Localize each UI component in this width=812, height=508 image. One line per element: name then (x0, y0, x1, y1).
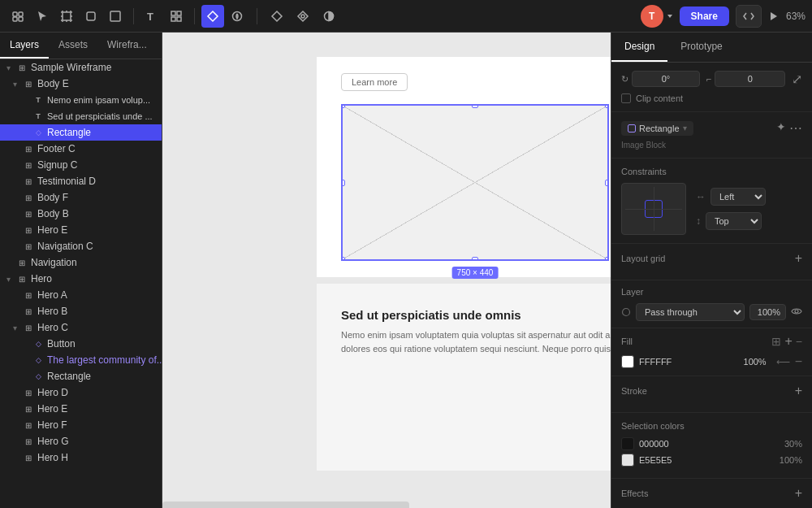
more-options-icon[interactable]: ⋯ (789, 120, 802, 136)
contrast-btn[interactable] (317, 5, 340, 28)
layer-hero-c[interactable]: ▾ ⊞ Hero C (0, 319, 162, 336)
grid-tool-btn[interactable] (165, 5, 188, 28)
layer-rectangle-selected[interactable]: ◇ Rectangle (0, 124, 162, 141)
rotation-input[interactable] (632, 71, 700, 87)
avatar-dropdown-icon (667, 13, 673, 20)
selected-rectangle[interactable] (341, 104, 609, 261)
pen-tool-btn[interactable] (201, 5, 224, 28)
sel-swatch-2[interactable] (621, 454, 634, 467)
play-button[interactable] (768, 11, 780, 22)
layer-hero-e-sub[interactable]: ▸ ⊞ Hero E (0, 222, 162, 238)
selected-rect-container[interactable]: 750 × 440 (341, 104, 609, 261)
component2-btn[interactable] (292, 5, 314, 28)
component-btn[interactable] (266, 5, 288, 28)
frame-tool-btn[interactable] (55, 5, 78, 28)
layer-hero-d[interactable]: ▸ ⊞ Hero D (0, 384, 162, 401)
layer-hero-b[interactable]: ▸ ⊞ Hero B (0, 303, 162, 319)
layer-body-e[interactable]: ▾ ⊞ Body E (0, 76, 162, 92)
sep3 (257, 8, 257, 24)
selection-colors-section: Selection colors 000000 30% E5E5E5 100% (611, 413, 812, 479)
panel-tab-bar: Design Prototype (611, 33, 812, 63)
handle-tc[interactable] (472, 104, 478, 108)
fill-color-swatch[interactable] (621, 355, 634, 368)
share-button[interactable]: Share (680, 7, 729, 26)
layer-signup-c[interactable]: ▸ ⊞ Signup C (0, 157, 162, 173)
code-view-btn[interactable] (736, 5, 762, 28)
spacer: ▸ (13, 177, 21, 186)
stroke-title: Stroke (621, 386, 647, 396)
rect-chip-label: Rectangle (639, 124, 680, 133)
fill-remove-icon[interactable]: − (795, 354, 802, 369)
tab-design[interactable]: Design (611, 33, 667, 62)
add-layout-grid-btn[interactable]: + (795, 252, 802, 265)
blend-mode-icon (621, 307, 631, 317)
handle-bc[interactable] (472, 257, 478, 261)
expand-transform-btn[interactable]: ⤢ (792, 72, 802, 87)
opacity-input[interactable] (749, 304, 786, 320)
layer-body-f[interactable]: ▸ ⊞ Body F (0, 189, 162, 206)
spacer: ▸ (13, 389, 21, 397)
constraints-diagram[interactable] (621, 183, 686, 235)
layer-hero-g[interactable]: ▸ ⊞ Hero G (0, 433, 162, 449)
fill-grid-icon[interactable]: ⊞ (771, 335, 781, 348)
handle-ml[interactable] (341, 180, 345, 186)
shape-tool-btn[interactable] (104, 5, 127, 28)
remove-fill-btn[interactable]: − (796, 335, 802, 348)
frame-icon: ⊞ (23, 289, 34, 301)
learn-more-btn-left[interactable]: Learn more (341, 73, 408, 91)
layer-nav-c[interactable]: ▸ ⊞ Navigation C (0, 238, 162, 254)
layer-hero[interactable]: ▾ ⊞ Hero (0, 271, 162, 287)
handle-bl[interactable] (341, 257, 345, 261)
detach-icon[interactable]: ✦ (776, 120, 786, 136)
layer-sample-wireframe[interactable]: ▾ ⊞ Sample Wireframe (0, 59, 162, 76)
tab-wireframes[interactable]: Wirefra... (97, 33, 157, 59)
sel-swatch-1[interactable] (621, 437, 634, 450)
layer-body-b[interactable]: ▸ ⊞ Body B (0, 206, 162, 222)
v-constraint-select[interactable]: TopBottomCenterScale (706, 212, 762, 230)
h-constraint-select[interactable]: LeftRightCenterScale (710, 188, 766, 206)
pencil-tool-btn[interactable] (226, 5, 248, 28)
handle-br[interactable] (605, 257, 609, 261)
handle-tl[interactable] (341, 104, 345, 108)
layer-hero-a[interactable]: ▸ ⊞ Hero A (0, 287, 162, 303)
layer-navigation[interactable]: ▸ ⊞ Navigation (0, 254, 162, 271)
fill-style-icon[interactable]: ⟵ (776, 356, 790, 367)
add-effect-btn[interactable]: + (795, 487, 802, 500)
layer-sed-text[interactable]: T Sed ut perspiciatis unde ... (0, 108, 162, 124)
toolbar-right: T Share 63% (641, 5, 806, 28)
handle-mr[interactable] (605, 180, 609, 186)
component-tool-btn[interactable] (80, 5, 102, 28)
frame-icon: ⊞ (23, 143, 34, 154)
layer-footer-c[interactable]: ▸ ⊞ Footer C (0, 141, 162, 157)
canvas[interactable]: Learn more Learn more (162, 33, 611, 508)
clip-content-row: Clip content (621, 93, 802, 103)
visibility-toggle[interactable] (791, 306, 802, 319)
layer-largest[interactable]: ◇ The largest community of... (0, 352, 162, 368)
layer-hero-f[interactable]: ▸ ⊞ Hero F (0, 417, 162, 433)
layer-testimonial-d[interactable]: ▸ ⊞ Testimonial D (0, 173, 162, 189)
handle-tr[interactable] (605, 104, 609, 108)
horizontal-scrollbar[interactable] (162, 501, 409, 508)
blend-mode-select[interactable]: Pass through NormalMultiplyScreen (636, 303, 745, 321)
tab-assets[interactable]: Assets (49, 33, 97, 59)
tab-prototype[interactable]: Prototype (667, 33, 735, 62)
layer-hero-e2[interactable]: ▸ ⊞ Hero E (0, 401, 162, 417)
layer-nemo-text[interactable]: T Nemo enim ipsam volup... (0, 92, 162, 108)
layer-button[interactable]: ◇ Button (0, 336, 162, 352)
text-tool-btn[interactable]: T (140, 5, 163, 28)
spacer: ▸ (13, 405, 21, 414)
zoom-level[interactable]: 63% (786, 11, 806, 22)
user-avatar[interactable]: T (641, 5, 663, 28)
corner-radius-input[interactable] (715, 71, 785, 87)
move-tool-btn[interactable] (31, 5, 54, 28)
add-fill-btn[interactable]: + (784, 335, 792, 348)
add-stroke-btn[interactable]: + (795, 384, 802, 397)
layer-hero-h[interactable]: ▸ ⊞ Hero H (0, 449, 162, 466)
frame-icon: ⊞ (23, 387, 34, 398)
rectangle-chip[interactable]: Rectangle ▾ (621, 121, 693, 136)
layer-rectangle2[interactable]: ◇ Rectangle (0, 368, 162, 384)
tab-layers[interactable]: Layers (0, 33, 49, 59)
menu-btn[interactable] (6, 5, 29, 28)
main-content-row: 750 × 440 Sed ut perspiciatis unde omni … (341, 104, 611, 261)
clip-checkbox[interactable] (621, 93, 631, 103)
